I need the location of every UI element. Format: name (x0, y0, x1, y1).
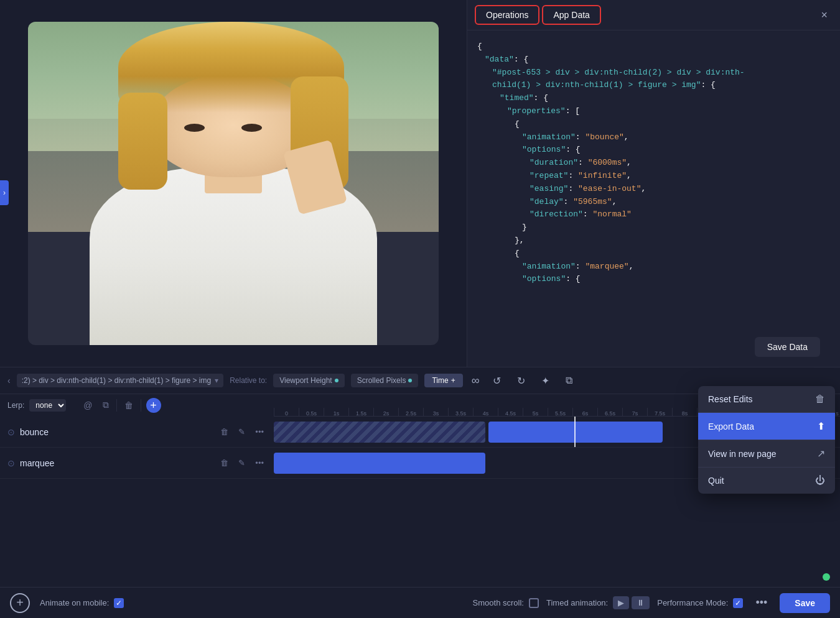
tick-4: 4s (473, 408, 498, 417)
tick-7: 7s (622, 408, 647, 417)
code-line-4: child(1) > div:nth-child(1) > figure > i… (477, 79, 830, 92)
breadcrumb-chevron-icon: ▾ (215, 376, 218, 385)
tick-1: 1s (324, 408, 348, 417)
performance-mode-checkbox[interactable]: ✓ (733, 598, 743, 608)
lerp-controls: @ ⧉ 🗑 + (81, 398, 161, 413)
tick-0: 0 (274, 408, 299, 417)
scrolled-pixels-label: Scrolled Pixels (357, 376, 406, 385)
viewport-dot (335, 379, 338, 382)
smooth-scroll-checkbox[interactable] (529, 598, 539, 608)
main-area: › (0, 0, 840, 367)
code-line-14: "direction": "normal" (477, 208, 830, 221)
lerp-select[interactable]: none (29, 399, 66, 412)
playhead-bounce (574, 417, 576, 447)
timed-animation-controls: ▶ ⏸ (613, 596, 650, 609)
add-animation-button[interactable]: + (10, 593, 30, 613)
canvas-area: › (0, 0, 467, 367)
code-line-1: { (477, 40, 830, 53)
tick-1.5: 1.5s (348, 408, 373, 417)
time-button[interactable]: Time + (424, 374, 462, 387)
export-icon: ⬆ (817, 420, 825, 432)
tick-0.5: 0.5s (299, 408, 324, 417)
marquee-blue-block[interactable] (274, 453, 485, 474)
timed-pause-button[interactable]: ⏸ (632, 596, 650, 609)
track-label-bounce: ⊙ bounce 🗑 ✎ ••• (0, 426, 274, 438)
timed-play-button[interactable]: ▶ (613, 596, 629, 609)
lerp-row: Lerp: none @ ⧉ 🗑 + (0, 394, 274, 417)
settings-button[interactable]: ✦ (536, 372, 554, 389)
tick-5.5: 5.5s (548, 408, 572, 417)
delete-icon-btn[interactable]: 🗑 (122, 399, 136, 412)
code-line-8: "animation": "bounce", (477, 131, 830, 144)
bounce-hatched-block (274, 422, 485, 443)
time-label: Time (432, 376, 448, 385)
code-line-2: "data": { (477, 53, 830, 67)
animate-mobile-label: Animate on mobile: ✓ (40, 598, 124, 608)
breadcrumb-arrow-icon: ‹ (7, 376, 11, 385)
redo-button[interactable]: ↻ (512, 372, 530, 389)
menu-label-export: Export Data (708, 422, 754, 431)
track-name-bounce: bounce (20, 427, 49, 437)
save-button[interactable]: Save (780, 593, 830, 613)
breadcrumb: :2) > div > div:nth-child(1) > div:nth-c… (17, 374, 223, 387)
scrolled-dot (408, 379, 412, 382)
bounce-blue-block[interactable] (488, 422, 663, 443)
trash-icon: 🗑 (815, 394, 825, 405)
code-line-15: } (477, 221, 830, 234)
code-line-13: "delay": "5965ms", (477, 196, 830, 209)
add-keyframe-button[interactable]: + (146, 398, 161, 413)
code-line-18: "animation": "marquee", (477, 261, 830, 274)
track-more-bounce[interactable]: ••• (253, 426, 266, 438)
menu-item-quit[interactable]: Quit ⏻ (698, 468, 835, 494)
power-icon: ⏻ (815, 475, 825, 486)
close-button[interactable]: × (816, 6, 833, 24)
divider (116, 399, 117, 412)
tick-5: 5s (523, 408, 548, 417)
image-container (28, 22, 439, 345)
track-more-marquee[interactable]: ••• (253, 457, 266, 469)
eye-right (241, 124, 262, 132)
track-edit-bounce[interactable]: ✎ (236, 426, 248, 438)
menu-item-export-data[interactable]: Export Data ⬆ (698, 413, 835, 440)
left-edge-arrow[interactable]: › (0, 180, 9, 205)
breadcrumb-text-label: :2) > div > div:nth-child(1) > div:nth-c… (22, 376, 211, 385)
viewport-height-pill[interactable]: Viewport Height (273, 374, 345, 387)
code-line-11: "repeat": "infinite", (477, 170, 830, 183)
copy-icon-btn[interactable]: ⧉ (100, 399, 111, 412)
link-icon-btn[interactable]: @ (81, 399, 95, 412)
track-delete-bounce[interactable]: 🗑 (218, 426, 231, 438)
relative-to-label: Relative to: (230, 376, 267, 385)
perf-check-icon: ✓ (735, 599, 741, 607)
more-options-button[interactable]: ••• (750, 594, 772, 612)
eye-left (184, 124, 205, 132)
status-dot (823, 573, 830, 581)
track-delete-marquee[interactable]: 🗑 (218, 457, 231, 469)
code-panel: { "data": { "#post-653 > div > div:nth-c… (467, 30, 840, 327)
track-label-marquee: ⊙ marquee 🗑 ✎ ••• (0, 457, 274, 469)
save-data-button[interactable]: Save Data (755, 337, 820, 357)
animate-mobile-checkbox[interactable]: ✓ (114, 598, 124, 608)
undo-button[interactable]: ↺ (488, 372, 506, 389)
timed-animation-label: Timed animation: ▶ ⏸ (546, 596, 650, 609)
track-controls-marquee: 🗑 ✎ ••• (218, 457, 266, 469)
menu-item-reset-edits[interactable]: Reset Edits 🗑 (698, 386, 835, 413)
scrolled-pixels-pill[interactable]: Scrolled Pixels (351, 374, 419, 387)
lemniscate-icon: ∞ (472, 374, 480, 387)
track-clock-icon-marquee: ⊙ (7, 458, 15, 468)
tick-7.5: 7.5s (647, 408, 672, 417)
code-line-19: "options": { (477, 273, 830, 286)
track-edit-marquee[interactable]: ✎ (236, 457, 248, 469)
time-chevron-icon: + (451, 376, 455, 385)
divider2 (141, 399, 141, 412)
tick-6.5: 6.5s (597, 408, 622, 417)
code-line-12: "easing": "ease-in-out", (477, 183, 830, 196)
code-line-3: "#post-653 > div > div:nth-child(2) > di… (477, 67, 830, 80)
smooth-scroll-text: Smooth scroll: (473, 598, 524, 607)
copy-button[interactable]: ⧉ (561, 372, 577, 389)
person-hair-left (118, 93, 167, 190)
panel-header: Operations App Data × (467, 0, 840, 30)
tab-app-data[interactable]: App Data (542, 5, 600, 25)
portrait-image (28, 22, 439, 345)
tab-operations[interactable]: Operations (475, 5, 539, 25)
menu-item-view-new-page[interactable]: View in new page ↗ (698, 440, 835, 468)
